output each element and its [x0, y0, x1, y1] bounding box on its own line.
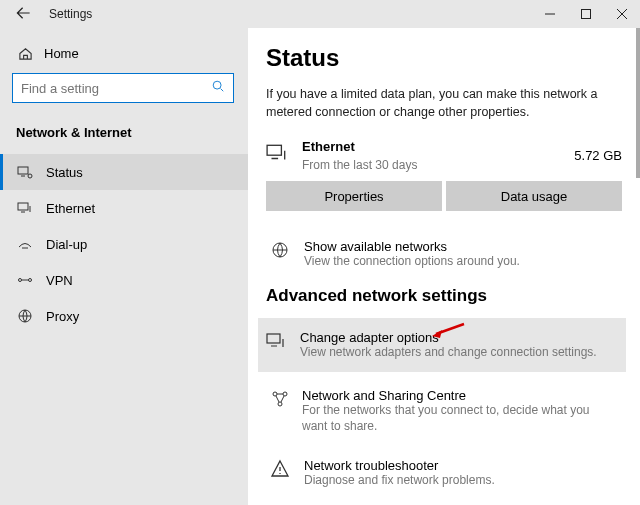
sidebar-item-label: Ethernet — [46, 201, 95, 216]
status-icon — [16, 164, 34, 180]
action-title: Network troubleshooter — [304, 458, 495, 473]
data-usage-button[interactable]: Data usage — [446, 181, 622, 211]
window-title: Settings — [49, 7, 92, 21]
sidebar-item-label: Proxy — [46, 309, 79, 324]
ethernet-icon — [266, 142, 290, 168]
action-title: Change adapter options — [300, 330, 597, 345]
sidebar-item-dialup[interactable]: Dial-up — [0, 226, 248, 262]
ethernet-icon — [16, 200, 34, 216]
action-sub: View the connection options around you. — [304, 254, 520, 270]
page-description: If you have a limited data plan, you can… — [266, 86, 622, 121]
svg-rect-10 — [267, 334, 280, 343]
home-icon — [16, 46, 34, 61]
sharing-icon — [270, 388, 290, 413]
search-box[interactable] — [12, 73, 234, 103]
sidebar-item-label: Status — [46, 165, 83, 180]
svg-point-3 — [28, 174, 32, 178]
search-icon — [211, 79, 225, 97]
network-name: Ethernet — [302, 139, 355, 154]
back-button[interactable] — [10, 6, 37, 23]
action-sub: View network adapters and change connect… — [300, 345, 597, 361]
sidebar-item-proxy[interactable]: Proxy — [0, 298, 248, 334]
svg-point-12 — [283, 392, 287, 396]
sidebar-group-title: Network & Internet — [12, 123, 248, 154]
sidebar-item-label: Dial-up — [46, 237, 87, 252]
network-card: Ethernet From the last 30 days 5.72 GB — [266, 137, 622, 173]
home-label: Home — [44, 46, 79, 61]
page-title: Status — [266, 44, 622, 72]
change-adapter-action[interactable]: Change adapter options View network adap… — [258, 318, 626, 373]
sidebar-item-ethernet[interactable]: Ethernet — [0, 190, 248, 226]
search-input[interactable] — [21, 81, 211, 96]
network-sharing-action[interactable]: Network and Sharing Centre For the netwo… — [266, 380, 622, 442]
svg-point-11 — [273, 392, 277, 396]
minimize-button[interactable] — [532, 0, 568, 28]
advanced-heading: Advanced network settings — [266, 286, 622, 306]
svg-point-13 — [278, 402, 282, 406]
svg-rect-2 — [18, 167, 28, 174]
svg-rect-4 — [18, 203, 28, 210]
svg-rect-8 — [267, 145, 281, 155]
maximize-button[interactable] — [568, 0, 604, 28]
svg-point-5 — [19, 279, 22, 282]
troubleshooter-action[interactable]: Network troubleshooter Diagnose and fix … — [266, 450, 622, 497]
sidebar-item-label: VPN — [46, 273, 73, 288]
proxy-icon — [16, 308, 34, 324]
scrollbar[interactable] — [636, 28, 640, 178]
sidebar-item-status[interactable]: Status — [0, 154, 248, 190]
home-nav[interactable]: Home — [12, 42, 248, 73]
svg-rect-0 — [582, 10, 591, 19]
vpn-icon — [16, 272, 34, 288]
action-sub: For the networks that you connect to, de… — [302, 403, 618, 434]
svg-point-1 — [213, 81, 221, 89]
network-usage-size: 5.72 GB — [574, 148, 622, 163]
close-button[interactable] — [604, 0, 640, 28]
svg-point-6 — [29, 279, 32, 282]
properties-button[interactable]: Properties — [266, 181, 442, 211]
adapter-icon — [266, 330, 288, 355]
globe-icon — [270, 239, 292, 264]
action-sub: Diagnose and fix network problems. — [304, 473, 495, 489]
warning-icon — [270, 458, 292, 483]
dialup-icon — [16, 236, 34, 252]
sidebar-item-vpn[interactable]: VPN — [0, 262, 248, 298]
network-sub: From the last 30 days — [302, 158, 417, 172]
show-networks-action[interactable]: Show available networks View the connect… — [266, 231, 622, 278]
action-title: Show available networks — [304, 239, 520, 254]
action-title: Network and Sharing Centre — [302, 388, 618, 403]
